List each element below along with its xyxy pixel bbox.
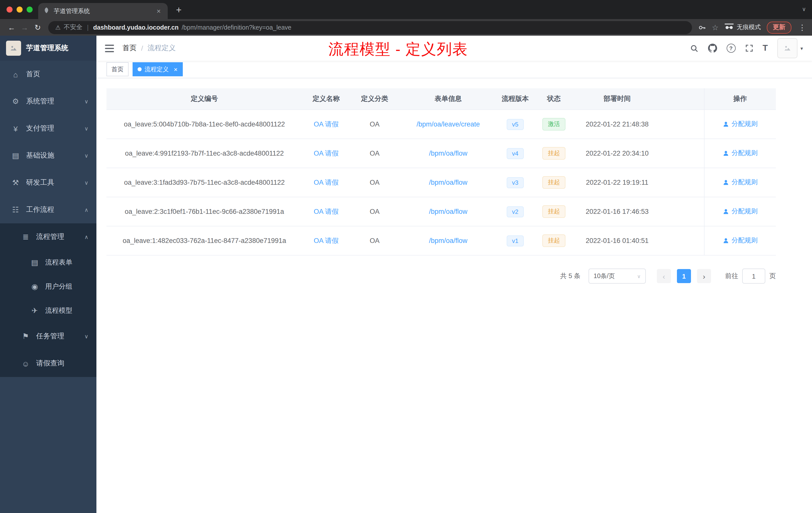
bookmark-star-icon[interactable]: ☆ xyxy=(712,23,719,32)
chevron-down-icon: ∨ xyxy=(84,333,88,339)
password-key-icon[interactable] xyxy=(698,23,706,31)
tab-search-chevron-icon[interactable]: ∨ xyxy=(802,6,806,12)
cell-filler xyxy=(660,197,704,226)
tag-label: 流程定义 xyxy=(145,65,169,73)
sidebar-item-label: 任务管理 xyxy=(36,332,64,341)
sidebar-item-label: 系统管理 xyxy=(26,97,54,106)
sidebar-item-label: 请假查询 xyxy=(36,359,64,368)
sidebar-item-task-management[interactable]: ⚑ 任务管理 ∨ xyxy=(0,323,96,350)
infrastructure-icon: ▤ xyxy=(11,151,20,160)
sidebar-item-process-model[interactable]: ✈ 流程模型 xyxy=(0,299,96,323)
version-badge: v2 xyxy=(506,206,524,217)
form-info-link[interactable]: /bpm/oa/flow xyxy=(429,150,467,157)
help-question-icon[interactable]: ? xyxy=(726,44,735,53)
tab-close-icon[interactable]: × xyxy=(155,7,163,15)
sidebar-item-payment-management[interactable]: ¥ 支付管理 ∨ xyxy=(0,115,96,142)
sidebar-item-leave-query[interactable]: ☺ 请假查询 xyxy=(0,350,96,377)
assign-rule-button[interactable]: 分配规则 xyxy=(723,207,758,216)
back-icon[interactable]: ← xyxy=(5,21,18,34)
yen-icon: ¥ xyxy=(11,124,20,133)
incognito-badge: 无痕模式 xyxy=(725,23,761,32)
col-definition-id: 定义编号 xyxy=(107,88,302,110)
definition-name-link[interactable]: OA 请假 xyxy=(314,149,339,157)
breadcrumb-home[interactable]: 首页 xyxy=(122,44,137,53)
sidebar-item-infrastructure[interactable]: ▤ 基础设施 ∨ xyxy=(0,142,96,169)
sidebar-item-home[interactable]: ⌂ 首页 xyxy=(0,61,96,88)
sidebar-item-workflow[interactable]: ☷ 工作流程 ∧ xyxy=(0,196,96,223)
definition-name-link[interactable]: OA 请假 xyxy=(314,208,339,215)
assign-rule-button[interactable]: 分配规则 xyxy=(723,178,758,187)
browser-tab-strip: 芋道管理系统 × + ∨ xyxy=(0,0,812,19)
assign-rule-button[interactable]: 分配规则 xyxy=(723,120,758,129)
fullscreen-icon[interactable] xyxy=(745,44,753,52)
cell-definition-id: oa_leave:3:1fad3d93-7b75-11ec-a3c8-acde4… xyxy=(107,168,302,197)
reload-icon[interactable]: ↻ xyxy=(31,21,44,34)
table-row: oa_leave:2:3c1f0ef1-76b1-11ec-9c66-a2380… xyxy=(107,197,776,226)
cell-category: OA xyxy=(350,197,399,226)
next-page-button[interactable]: › xyxy=(697,269,711,283)
sidebar-item-dev-tools[interactable]: ⚒ 研发工具 ∨ xyxy=(0,169,96,196)
sidebar-item-system-management[interactable]: ⚙ 系统管理 ∨ xyxy=(0,88,96,115)
close-window-button[interactable] xyxy=(6,6,12,12)
cell-deploy-time: 2022-01-22 19:19:11 xyxy=(575,168,660,197)
breadcrumb: 首页 / 流程定义 xyxy=(122,44,176,53)
breadcrumb-current: 流程定义 xyxy=(148,44,176,53)
user-icon xyxy=(723,121,729,127)
page-number-current[interactable]: 1 xyxy=(677,269,691,283)
chrome-update-button[interactable]: 更新 xyxy=(767,21,791,33)
table-row: oa_leave:1:482ec033-762a-11ec-8477-a2380… xyxy=(107,226,776,255)
form-info-link[interactable]: /bpm/oa/flow xyxy=(429,208,467,215)
sidebar-logo[interactable]: 芋道管理系统 xyxy=(0,36,96,61)
table-row: oa_leave:5:004b710b-7b8a-11ec-8ef0-acde4… xyxy=(107,110,776,139)
avatar[interactable] xyxy=(777,38,798,58)
col-deploy-time: 部署时间 xyxy=(575,88,660,110)
zoom-window-button[interactable] xyxy=(27,6,33,12)
tab-favicon-leaf-icon xyxy=(43,7,50,15)
table-row: oa_leave:4:991f2193-7b7f-11ec-a3c8-acde4… xyxy=(107,139,776,168)
tag-process-definition[interactable]: 流程定义 × xyxy=(133,62,182,76)
chevron-down-icon: ∨ xyxy=(84,179,88,186)
browser-tab[interactable]: 芋道管理系统 × xyxy=(38,3,168,19)
address-bar-actions: ☆ 无痕模式 更新 ⋮ xyxy=(696,21,807,33)
tag-home[interactable]: 首页 xyxy=(107,62,128,76)
assign-rule-button[interactable]: 分配规则 xyxy=(723,149,758,158)
font-size-icon[interactable]: T xyxy=(762,43,768,53)
sidebar-item-process-form[interactable]: ▤ 流程表单 xyxy=(0,250,96,275)
version-badge: v1 xyxy=(506,235,524,246)
sidebar-toggle-hamburger-icon[interactable] xyxy=(96,44,122,52)
definition-name-link[interactable]: OA 请假 xyxy=(314,237,339,244)
page-size-select[interactable]: 10条/页 ∨ xyxy=(588,269,646,283)
new-tab-button[interactable]: + xyxy=(173,4,185,16)
github-icon[interactable] xyxy=(708,44,717,53)
security-label[interactable]: 不安全 xyxy=(64,23,83,32)
sidebar-item-process-management[interactable]: ≣ 流程管理 ∧ xyxy=(0,223,96,250)
paper-plane-icon: ✈ xyxy=(30,306,39,315)
sidebar-item-label: 基础设施 xyxy=(26,151,54,160)
definition-name-link[interactable]: OA 请假 xyxy=(314,120,339,128)
prev-page-button[interactable]: ‹ xyxy=(657,269,671,283)
form-info-link[interactable]: /bpm/oa/leave/create xyxy=(416,120,480,128)
definition-name-link[interactable]: OA 请假 xyxy=(314,178,339,186)
assign-rule-button[interactable]: 分配规则 xyxy=(723,236,758,245)
navbar-actions: ? T ▾ xyxy=(690,38,812,58)
chevron-down-icon: ∨ xyxy=(84,125,88,132)
minimize-window-button[interactable] xyxy=(17,6,23,12)
browser-menu-icon[interactable]: ⋮ xyxy=(798,23,807,32)
cell-category: OA xyxy=(350,139,399,168)
sidebar-item-user-group[interactable]: ◉ 用户分组 xyxy=(0,275,96,299)
col-form-info: 表单信息 xyxy=(399,88,497,110)
goto-page-input[interactable] xyxy=(742,269,765,283)
user-menu[interactable]: ▾ xyxy=(777,38,803,58)
search-icon[interactable] xyxy=(690,44,698,53)
tools-icon: ⚒ xyxy=(11,178,20,187)
form-info-link[interactable]: /bpm/oa/flow xyxy=(429,179,467,186)
table-header-row: 定义编号 定义名称 定义分类 表单信息 流程版本 状态 部署时间 操作 xyxy=(107,88,776,110)
forward-icon[interactable]: → xyxy=(18,21,31,34)
form-info-link[interactable]: /bpm/oa/flow xyxy=(429,237,467,244)
tag-close-icon[interactable]: × xyxy=(174,66,177,72)
table-row: oa_leave:3:1fad3d93-7b75-11ec-a3c8-acde4… xyxy=(107,168,776,197)
user-icon xyxy=(723,237,729,244)
url-field[interactable]: ⚠ 不安全 | dashboard.yudao.iocoder.cn/bpm/m… xyxy=(48,21,692,34)
caret-down-icon: ▾ xyxy=(801,46,803,51)
user-icon xyxy=(723,208,729,215)
